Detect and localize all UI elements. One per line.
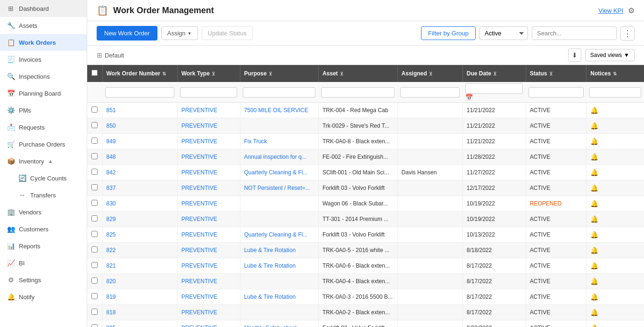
table-row[interactable]: 805 PREVENTIVE Monthly Safety check Fork… — [87, 320, 644, 327]
sidebar-item-planning-board[interactable]: 📅Planning Board — [0, 85, 87, 102]
notice-icon[interactable]: 🔔 — [590, 293, 598, 301]
notice-icon[interactable]: 🔔 — [590, 138, 598, 145]
table-row[interactable]: 851 PREVENTIVE 7500 MILE OIL SERVICE TRK… — [87, 103, 644, 118]
header-settings-button[interactable]: ⚙ — [628, 6, 635, 15]
row-checkbox-col[interactable] — [87, 165, 102, 180]
row-checkbox-col[interactable] — [87, 227, 102, 243]
row-checkbox-col[interactable] — [87, 196, 102, 212]
download-button[interactable]: ⬇ — [568, 49, 581, 62]
sidebar-item-cycle-counts[interactable]: 🔄Cycle Counts — [0, 170, 87, 187]
filter-notices-input[interactable] — [589, 87, 641, 98]
sidebar-item-inventory[interactable]: 📦Inventory▲ — [0, 153, 87, 170]
filter-wo-number[interactable] — [102, 82, 177, 103]
row-wo-number[interactable]: 825 — [102, 227, 177, 243]
select-all-checkbox[interactable] — [91, 70, 98, 76]
table-row[interactable]: 837 PREVENTIVE NOT Persistent / Reset=..… — [87, 180, 644, 196]
calendar-button[interactable]: 📅 — [465, 94, 473, 101]
row-checkbox[interactable] — [91, 324, 98, 327]
filter-due-date[interactable]: 📅 — [462, 82, 526, 103]
row-notice[interactable]: 🔔 — [586, 103, 644, 118]
table-row[interactable]: 818 PREVENTIVE TRK-0A0-2 - Black exten..… — [87, 305, 644, 320]
notice-icon[interactable]: 🔔 — [590, 246, 598, 254]
row-wo-number[interactable]: 820 — [102, 274, 177, 289]
filter-purpose-input[interactable] — [243, 87, 315, 98]
row-checkbox-col[interactable] — [87, 320, 102, 327]
filter-due-date-input[interactable] — [465, 83, 523, 94]
row-notice[interactable]: 🔔 — [586, 118, 644, 134]
new-work-order-button[interactable]: New Work Order — [97, 26, 157, 41]
sidebar-item-inspections[interactable]: 🔍Inspections — [0, 68, 87, 85]
row-notice[interactable]: 🔔 — [586, 243, 644, 258]
row-checkbox[interactable] — [91, 184, 98, 190]
th-work-type[interactable]: Work Type⊻ — [177, 65, 240, 82]
sidebar-item-notify[interactable]: 🔔Notify — [0, 288, 87, 305]
row-checkbox-col[interactable] — [87, 274, 102, 289]
table-row[interactable]: 848 PREVENTIVE Annual inspection for q..… — [87, 149, 644, 165]
row-checkbox-col[interactable] — [87, 103, 102, 118]
row-notice[interactable]: 🔔 — [586, 196, 644, 212]
th-wo-number[interactable]: Work Order Number⇅ — [102, 65, 177, 82]
row-checkbox[interactable] — [91, 169, 98, 175]
th-checkbox[interactable] — [87, 65, 102, 82]
table-row[interactable]: 821 PREVENTIVE Lube & Tire Rotation TRK-… — [87, 258, 644, 274]
row-notice[interactable]: 🔔 — [586, 212, 644, 227]
row-notice[interactable]: 🔔 — [586, 274, 644, 289]
table-row[interactable]: 825 PREVENTIVE Quarterly Cleaning & Fl..… — [87, 227, 644, 243]
row-wo-number[interactable]: 819 — [102, 289, 177, 305]
row-wo-number[interactable]: 851 — [102, 103, 177, 118]
row-wo-number[interactable]: 805 — [102, 320, 177, 327]
row-notice[interactable]: 🔔 — [586, 320, 644, 327]
th-asset[interactable]: Asset⊻ — [318, 65, 397, 82]
row-wo-number[interactable]: 830 — [102, 196, 177, 212]
notice-icon[interactable]: 🔔 — [590, 106, 598, 114]
notice-icon[interactable]: 🔔 — [590, 215, 598, 223]
row-checkbox-col[interactable] — [87, 180, 102, 196]
notice-icon[interactable]: 🔔 — [590, 153, 598, 161]
row-checkbox-col[interactable] — [87, 149, 102, 165]
row-checkbox[interactable] — [91, 153, 98, 159]
filter-by-group-button[interactable]: Filter by Group — [421, 26, 476, 40]
filter-purpose[interactable] — [240, 82, 318, 103]
filter-notices[interactable] — [586, 82, 644, 103]
row-wo-number[interactable]: 848 — [102, 149, 177, 165]
row-checkbox[interactable] — [91, 231, 98, 237]
row-notice[interactable]: 🔔 — [586, 227, 644, 243]
row-checkbox-col[interactable] — [87, 212, 102, 227]
sidebar-item-requests[interactable]: 📩Requests — [0, 119, 87, 136]
filter-wo-number-input[interactable] — [105, 87, 174, 98]
row-wo-number[interactable]: 850 — [102, 118, 177, 134]
row-wo-number[interactable]: 822 — [102, 243, 177, 258]
sidebar-item-customers[interactable]: 👥Customers — [0, 221, 87, 237]
notice-icon[interactable]: 🔔 — [590, 309, 598, 316]
row-wo-number[interactable]: 837 — [102, 180, 177, 196]
inventory-toggle-icon[interactable]: ▲ — [48, 158, 58, 164]
status-filter-select[interactable]: ActiveAllCompletedReopened — [479, 26, 528, 40]
notice-icon[interactable]: 🔔 — [590, 184, 598, 192]
th-assigned[interactable]: Assigned⊻ — [397, 65, 462, 82]
row-checkbox-col[interactable] — [87, 305, 102, 320]
table-row[interactable]: 829 PREVENTIVE TT-301 - 2014 Premium ...… — [87, 212, 644, 227]
th-notices[interactable]: Notices⇅ — [586, 65, 644, 82]
notice-icon[interactable]: 🔔 — [590, 231, 598, 238]
row-notice[interactable]: 🔔 — [586, 134, 644, 149]
row-checkbox-col[interactable] — [87, 258, 102, 274]
table-row[interactable]: 849 PREVENTIVE Fix Truck TRK-0A0-8 - Bla… — [87, 134, 644, 149]
filter-asset[interactable] — [318, 82, 397, 103]
assign-button[interactable]: Assign ▼ — [161, 26, 198, 40]
row-checkbox[interactable] — [91, 309, 98, 315]
row-checkbox-col[interactable] — [87, 243, 102, 258]
more-options-button[interactable]: ⋮ — [620, 26, 635, 41]
row-notice[interactable]: 🔔 — [586, 149, 644, 165]
row-notice[interactable]: 🔔 — [586, 289, 644, 305]
sidebar-item-work-orders[interactable]: 📋Work Orders — [0, 34, 87, 51]
sidebar-item-invoices[interactable]: 🧾Invoices — [0, 51, 87, 68]
row-checkbox[interactable] — [91, 293, 98, 299]
row-notice[interactable]: 🔔 — [586, 305, 644, 320]
notice-icon[interactable]: 🔔 — [590, 200, 598, 207]
row-notice[interactable]: 🔔 — [586, 165, 644, 180]
table-row[interactable]: 850 PREVENTIVE Trk-0029 - Steve's Red T.… — [87, 118, 644, 134]
th-due-date[interactable]: Due Date⊻ — [462, 65, 526, 82]
sidebar-item-reports[interactable]: 📊Reports — [0, 237, 87, 254]
notice-icon[interactable]: 🔔 — [590, 324, 598, 327]
saved-views-button[interactable]: Saved views ▼ — [585, 49, 635, 61]
